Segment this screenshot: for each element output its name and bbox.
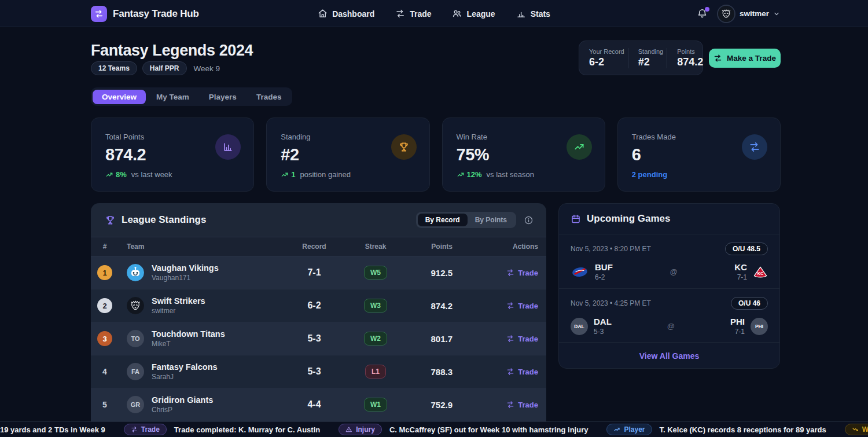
notifications-button[interactable]: [697, 8, 708, 19]
rank-number: 5: [102, 400, 107, 409]
tab-my-team[interactable]: My Team: [147, 90, 198, 104]
record-summary: Your Record 6-2 Standing #2 Points 874.2: [579, 41, 703, 75]
col-points: Points: [406, 243, 458, 251]
pending-note[interactable]: 2 pending: [632, 170, 667, 179]
make-a-trade-button[interactable]: Make a Trade: [709, 49, 781, 68]
standings-title: League Standings: [122, 214, 206, 226]
team-abbr: KC: [734, 262, 747, 272]
game-datetime: Nov 5, 2023 • 4:25 PM ET: [571, 299, 651, 307]
page-title: Fantasy Legends 2024: [91, 42, 253, 60]
streak-badge: L1: [365, 365, 386, 379]
standings-header: League Standings By Record By Points: [91, 203, 546, 237]
rank-badge: 2: [97, 298, 112, 313]
upcoming-title: Upcoming Games: [587, 213, 671, 225]
summary-standing: Standing #2: [628, 48, 667, 68]
team-cell: Vaughan Vikings Vaughan171: [119, 263, 283, 282]
rank-badge: 3: [97, 331, 112, 346]
summary-label: Your Record: [589, 48, 624, 55]
chiefs-logo-icon: KC: [753, 266, 768, 278]
tab-overview[interactable]: Overview: [93, 90, 146, 104]
points-value: 788.3: [406, 367, 458, 377]
table-row[interactable]: 4 FA Fantasy Falcons SarahJ 5-3 L1 788.3…: [91, 355, 546, 388]
user-menu[interactable]: switmer: [717, 5, 780, 23]
sort-by-record[interactable]: By Record: [418, 214, 468, 226]
nav-item-label: League: [467, 9, 495, 19]
team-owner: Vaughan171: [152, 274, 219, 282]
swap-logo-icon: [91, 6, 107, 22]
over-under-badge: O/U 48.5: [725, 243, 768, 255]
summary-record: Your Record 6-2: [579, 48, 628, 68]
team-name: Gridiron Giants: [152, 395, 213, 405]
col-actions: Actions: [458, 243, 546, 251]
tab-trades[interactable]: Trades: [247, 90, 291, 104]
view-all-games-link[interactable]: View All Games: [639, 351, 700, 361]
nav-item-trade[interactable]: Trade: [395, 9, 431, 19]
team-abbr: BUF: [595, 262, 613, 272]
top-navbar: Fantasy Trade Hub Dashboard Trade League…: [0, 0, 868, 27]
trade-button[interactable]: Trade: [506, 335, 538, 343]
rank-badge: 1: [97, 265, 112, 280]
team-cell: GR Gridiron Giants ChrisP: [119, 395, 283, 414]
tab-players[interactable]: Players: [200, 90, 246, 104]
team-record: 7-1: [730, 328, 745, 336]
initials-avatar: GR: [127, 396, 144, 413]
trade-button[interactable]: Trade: [506, 368, 538, 376]
nav-item-league[interactable]: League: [453, 9, 495, 19]
trade-badge: Trade: [124, 424, 167, 435]
league-meta: 12 Teams Half PPR Week 9: [91, 61, 220, 75]
game-card[interactable]: Nov 5, 2023 • 4:25 PM ET O/U 46 DAL DAL …: [559, 288, 779, 342]
chevron-down-icon: [773, 10, 780, 17]
waiver-badge: Waiver: [845, 424, 868, 435]
calendar-icon: [571, 214, 581, 224]
swap-icon: [742, 134, 767, 160]
week-label: Week 9: [194, 64, 220, 73]
cta-label: Make a Trade: [727, 54, 776, 63]
nav-item-label: Stats: [531, 9, 550, 19]
sort-toggle: By Record By Points: [416, 212, 516, 228]
username: switmer: [740, 9, 769, 18]
table-row[interactable]: 5 GR Gridiron Giants ChrisP 4-4 W1 752.9…: [91, 388, 546, 421]
team-record: 7-1: [734, 273, 747, 281]
summary-value: 874.2: [677, 56, 703, 68]
team-name: Fantasy Falcons: [152, 362, 218, 372]
trade-button[interactable]: Trade: [506, 401, 538, 409]
trade-button[interactable]: Trade: [506, 269, 538, 277]
col-team: Team: [119, 243, 283, 251]
record-value: 4-4: [283, 399, 345, 410]
nav-item-dashboard[interactable]: Dashboard: [318, 9, 374, 19]
swap-icon: [395, 9, 405, 19]
team-record: 6-2: [595, 273, 613, 281]
notification-dot: [705, 7, 709, 12]
trade-button[interactable]: Trade: [506, 302, 538, 310]
ticker-text: 19 yards and 2 TDs in Week 9: [0, 425, 105, 434]
fantasy-trade-hub-app: Fantasy Trade Hub Dashboard Trade League…: [0, 0, 868, 437]
standings-table-header: # Team Record Streak Points Actions: [91, 237, 546, 256]
summary-value: #2: [638, 56, 663, 68]
table-row[interactable]: 3 TO Touchdown Titans MikeT 5-3 W2 801.7…: [91, 322, 546, 355]
nav-item-stats[interactable]: Stats: [516, 9, 550, 19]
trend-note: position gained: [300, 170, 350, 179]
news-ticker[interactable]: 19 yards and 2 TDs in Week 9 Trade Trade…: [0, 421, 868, 437]
home-team: KC 7-1 KC: [734, 262, 768, 281]
ticker-item: Waiver D. Hopkins claimed off waivers: [845, 424, 868, 435]
table-row[interactable]: 1 Vaughan Vikings Vaughan171 7-1 W5 912.…: [91, 256, 546, 289]
table-row[interactable]: 2 Swift Strikers switmer 6-2 W3 874.2 Tr…: [91, 289, 546, 322]
eagles-logo-fallback: PHI: [751, 318, 768, 335]
rank-number: 4: [102, 367, 107, 376]
trend-up-icon: 8%: [105, 170, 127, 179]
user-avatar: [717, 5, 735, 23]
team-owner: ChrisP: [152, 406, 213, 414]
summary-value: 6-2: [589, 56, 624, 68]
ticker-text: Trade completed: K. Murray for C. Austin: [174, 425, 320, 434]
col-record: Record: [283, 243, 345, 251]
points-value: 752.9: [406, 400, 458, 410]
game-card[interactable]: Nov 5, 2023 • 8:20 PM ET O/U 48.5 BUF 6-…: [559, 234, 779, 288]
brand[interactable]: Fantasy Trade Hub: [91, 0, 199, 27]
info-icon[interactable]: [524, 215, 534, 225]
upcoming-footer: View All Games: [559, 342, 779, 369]
summary-label: Standing: [638, 48, 663, 55]
team-abbr: DAL: [594, 317, 612, 326]
sort-by-points[interactable]: By Points: [468, 214, 514, 226]
record-value: 7-1: [283, 267, 345, 278]
initials-avatar: FA: [127, 363, 144, 380]
